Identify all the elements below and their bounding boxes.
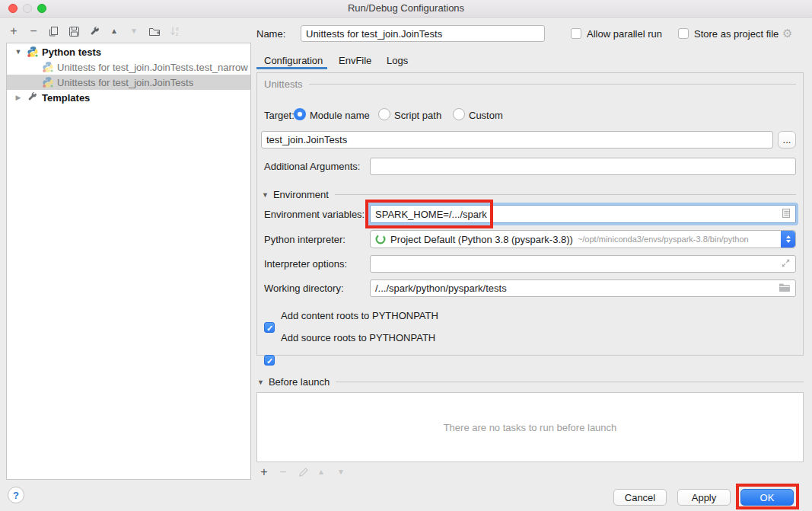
- ok-button[interactable]: OK: [740, 489, 794, 506]
- tree-node-label: Unittests for test_join.JoinTests.test_n…: [57, 62, 248, 73]
- name-value: Unittests for test_join.JoinTests: [306, 28, 442, 40]
- window-title: Run/Debug Configurations: [348, 2, 464, 14]
- section-collapse-caret-icon[interactable]: ▼: [257, 378, 264, 386]
- minimize-button: [23, 4, 32, 13]
- section-collapse-caret-icon[interactable]: ▼: [262, 191, 269, 199]
- working-directory-label: Working directory:: [264, 283, 344, 294]
- environment-section-header[interactable]: ▼ Environment: [262, 189, 796, 200]
- python-interpreter-path: ~/opt/miniconda3/envs/pyspark-3.8/bin/py…: [578, 235, 749, 244]
- before-launch-empty-text: There are no tasks to run before launch: [444, 422, 617, 433]
- tree-node-label: Python tests: [42, 46, 101, 58]
- additional-arguments-input[interactable]: [370, 158, 796, 175]
- python-interpreter-select[interactable]: Project Default (Python 3.8 (pyspark-3.8…: [370, 230, 796, 248]
- save-configuration-icon[interactable]: [66, 24, 81, 39]
- copy-configuration-icon[interactable]: [46, 24, 61, 39]
- python-interpreter-value: Project Default (Python 3.8 (pyspark-3.8…: [390, 234, 573, 245]
- python-tests-icon: [27, 46, 39, 58]
- ok-label: OK: [760, 492, 775, 503]
- sort-alphabetically-icon: az: [167, 24, 183, 39]
- tab-configuration[interactable]: Configuration: [264, 55, 323, 66]
- interpreter-options-label: Interpreter options:: [264, 258, 347, 270]
- environment-variables-input[interactable]: SPARK_HOME=/.../spark: [370, 205, 796, 223]
- svg-text:z: z: [176, 31, 178, 37]
- zoom-button[interactable]: [37, 4, 46, 13]
- expand-field-icon[interactable]: [781, 258, 791, 270]
- edit-templates-wrench-icon[interactable]: [87, 24, 102, 39]
- move-down-icon: ▼: [126, 24, 142, 39]
- add-task-button[interactable]: +: [256, 465, 272, 480]
- store-as-project-file-label: Store as project file: [694, 28, 779, 40]
- interpreter-options-input[interactable]: [370, 255, 796, 273]
- tree-node-python-tests[interactable]: ▼ Python tests: [7, 44, 250, 59]
- remove-task-button: −: [275, 465, 291, 480]
- tab-logs[interactable]: Logs: [387, 55, 408, 66]
- python-test-icon: [42, 76, 54, 88]
- active-tab-underline: [256, 67, 327, 69]
- browse-target-label: ...: [783, 134, 791, 145]
- allow-parallel-run-checkbox[interactable]: [571, 28, 581, 39]
- radio-custom-label: Custom: [469, 110, 503, 121]
- group-divider-line: [309, 84, 796, 85]
- edit-task-pencil-icon: [295, 465, 310, 480]
- close-button[interactable]: [8, 4, 18, 13]
- cancel-label: Cancel: [625, 492, 655, 503]
- before-launch-header[interactable]: ▼ Before launch: [257, 376, 804, 388]
- environment-variables-focus-ring: SPARK_HOME=/.../spark: [368, 203, 798, 225]
- name-input[interactable]: Unittests for test_join.JoinTests: [301, 25, 545, 42]
- radio-script-path-label: Script path: [394, 110, 441, 121]
- allow-parallel-run-label: Allow parallel run: [587, 28, 662, 40]
- target-label: Target:: [264, 110, 295, 121]
- working-directory-input[interactable]: /.../spark/python/pyspark/tests: [370, 279, 796, 297]
- before-launch-title: Before launch: [269, 376, 330, 388]
- tab-envfile[interactable]: EnvFile: [339, 55, 371, 66]
- collapsed-caret-icon[interactable]: ▶: [14, 94, 22, 101]
- radio-script-path[interactable]: [378, 108, 390, 120]
- radio-module-name-label: Module name: [310, 110, 370, 121]
- gear-icon[interactable]: ⚙: [782, 27, 792, 39]
- add-content-roots-checkbox[interactable]: [264, 322, 275, 333]
- target-module-input[interactable]: test_join.JoinTests: [261, 131, 773, 149]
- paste-list-icon[interactable]: [782, 208, 791, 221]
- additional-arguments-label: Additional Arguments:: [264, 161, 360, 172]
- new-folder-icon[interactable]: [147, 24, 162, 39]
- working-directory-value: /.../spark/python/pyspark/tests: [375, 283, 507, 294]
- title-bar: Run/Debug Configurations: [0, 0, 812, 18]
- move-task-down-icon: ▼: [333, 465, 349, 480]
- add-content-roots-label: Add content roots to PYTHONPATH: [281, 310, 438, 321]
- remove-configuration-button[interactable]: −: [26, 24, 41, 39]
- move-up-icon[interactable]: ▲: [107, 24, 122, 39]
- environment-variables-value: SPARK_HOME=/.../spark: [375, 209, 487, 220]
- tree-node-jointests-selected[interactable]: Unittests for test_join.JoinTests: [7, 75, 250, 90]
- radio-module-name[interactable]: [294, 108, 306, 120]
- before-launch-task-list[interactable]: There are no tasks to run before launch: [256, 392, 804, 462]
- templates-wrench-icon: [27, 91, 39, 104]
- unittests-group-header: Unittests: [264, 78, 796, 90]
- tree-node-label: Templates: [42, 92, 90, 104]
- browse-target-button[interactable]: ...: [778, 131, 796, 149]
- configurations-tree: ▼ Python tests Unittests for test_join.J…: [6, 43, 251, 480]
- python-interpreter-label: Python interpreter:: [264, 234, 345, 245]
- apply-label: Apply: [692, 492, 717, 503]
- move-task-up-icon: ▲: [314, 465, 329, 480]
- conda-env-icon: [375, 234, 386, 244]
- cancel-button[interactable]: Cancel: [613, 489, 667, 506]
- tree-node-templates[interactable]: ▶ Templates: [7, 90, 250, 105]
- target-module-value: test_join.JoinTests: [266, 134, 347, 145]
- section-divider-line: [335, 194, 796, 195]
- name-label: Name:: [256, 28, 285, 40]
- apply-button[interactable]: Apply: [677, 489, 731, 506]
- select-spinner-icon[interactable]: [781, 231, 795, 248]
- add-source-roots-checkbox[interactable]: [264, 355, 275, 366]
- radio-custom[interactable]: [453, 108, 465, 120]
- add-configuration-button[interactable]: +: [6, 24, 21, 39]
- help-button[interactable]: ?: [8, 487, 24, 503]
- add-source-roots-label: Add source roots to PYTHONPATH: [281, 332, 435, 343]
- section-divider-line: [336, 382, 804, 382]
- expanded-caret-icon[interactable]: ▼: [14, 48, 22, 56]
- tree-node-test-narrow[interactable]: Unittests for test_join.JoinTests.test_n…: [7, 59, 250, 75]
- environment-variables-label: Environment variables:: [264, 209, 365, 220]
- folder-icon[interactable]: [779, 283, 791, 295]
- python-test-icon: [42, 61, 54, 73]
- store-as-project-file-checkbox[interactable]: [678, 28, 689, 39]
- help-label: ?: [13, 490, 19, 501]
